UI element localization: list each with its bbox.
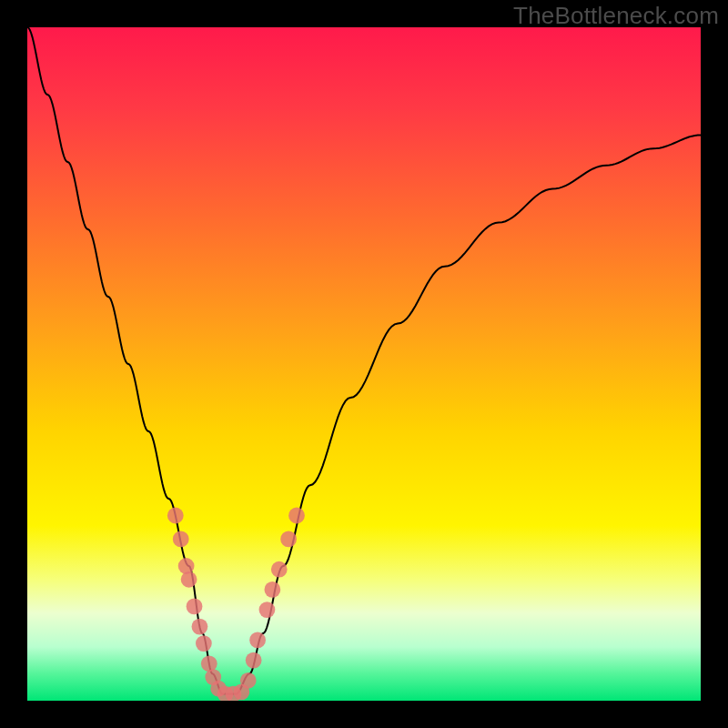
chart-container: TheBottleneck.com xyxy=(0,0,728,728)
marker-dot xyxy=(246,652,262,669)
marker-dot xyxy=(178,558,195,574)
marker-dot xyxy=(271,561,288,578)
marker-dot xyxy=(173,531,189,548)
marker-dot xyxy=(240,672,257,689)
marker-dot xyxy=(181,571,197,588)
marker-dot xyxy=(280,531,297,548)
marker-dot xyxy=(187,599,203,615)
chart-svg xyxy=(27,27,701,701)
marker-dot xyxy=(259,602,276,618)
marker-dot xyxy=(249,632,266,649)
plot-area xyxy=(27,27,701,701)
marker-dot xyxy=(167,508,184,524)
marker-dot xyxy=(288,508,305,524)
watermark-text: TheBottleneck.com xyxy=(513,2,719,30)
marker-dot xyxy=(192,619,208,635)
marker-dot xyxy=(264,581,280,598)
marker-dot xyxy=(196,635,212,652)
